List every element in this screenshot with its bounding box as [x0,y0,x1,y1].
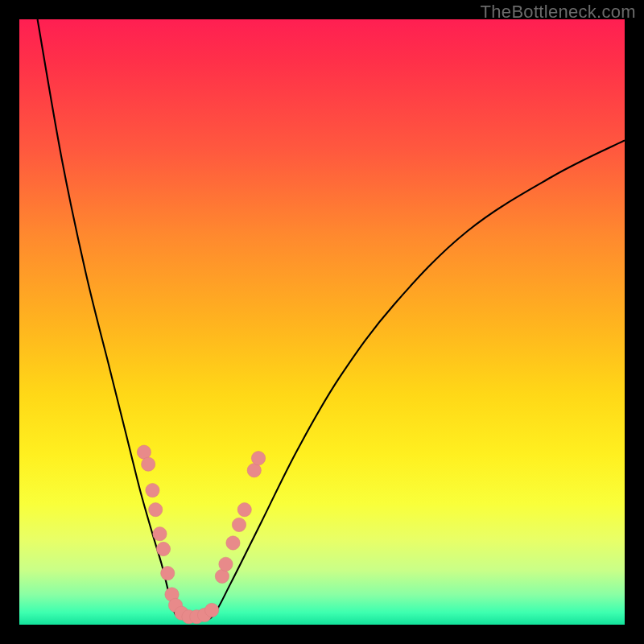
data-point-right [215,569,229,583]
bottleneck-curve [38,19,625,619]
dots-group [137,445,265,624]
chart-frame: TheBottleneck.com [0,0,644,644]
data-point-left [204,603,218,617]
chart-svg [19,19,625,625]
data-point-left [149,502,163,516]
data-point-right [251,452,265,465]
data-point-left [142,457,155,471]
data-point-left [146,483,159,497]
data-point-right [232,518,246,531]
data-point-right [219,557,233,571]
data-point-left [161,566,175,580]
curve-group [38,19,625,619]
data-point-right [237,502,251,516]
data-point-right [226,536,240,550]
data-point-right [247,464,261,477]
data-point-left [153,527,167,541]
data-point-left [137,445,151,459]
data-point-left [156,542,170,555]
